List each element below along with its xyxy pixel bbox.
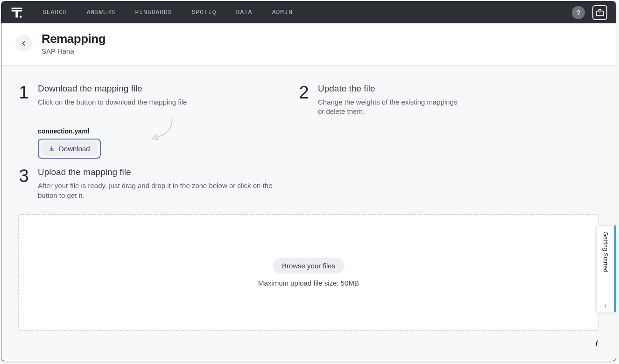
logo-icon <box>10 6 23 19</box>
step-1-body: connection.yaml Download <box>38 127 280 159</box>
nav-pinboards[interactable]: PINBOARDS <box>135 9 172 16</box>
info-button[interactable]: i <box>590 336 604 350</box>
svg-point-3 <box>20 15 21 17</box>
download-button[interactable]: Download <box>40 141 98 156</box>
nav-admin[interactable]: ADMIN <box>272 9 293 16</box>
briefcase-icon <box>595 8 605 17</box>
chevron-left-icon: ‹ <box>605 301 607 309</box>
svg-point-5 <box>599 12 600 13</box>
step-1-head: 1 Download the mapping file Click on the… <box>18 84 280 107</box>
info-icon: i <box>595 339 598 349</box>
svg-rect-2 <box>15 10 18 17</box>
step-2-number: 2 <box>298 84 310 159</box>
step-1-title: Download the mapping file <box>38 84 187 94</box>
nav-spotiq[interactable]: SPOTIQ <box>192 9 217 16</box>
step-3-title: Upload the mapping file <box>38 167 281 177</box>
profile-button[interactable] <box>592 5 607 20</box>
page-header: Remapping SAP Hana <box>1 23 616 66</box>
download-focus-ring: Download <box>38 139 101 159</box>
upload-max-size-text: Maximum upload file size: 50MB <box>258 279 359 287</box>
steps-row: 1 Download the mapping file Click on the… <box>18 84 599 159</box>
download-button-label: Download <box>59 145 90 153</box>
step-3-number: 3 <box>18 167 29 200</box>
browse-files-button[interactable]: Browse your files <box>273 258 345 273</box>
help-icon: ? <box>576 8 580 16</box>
download-icon <box>49 146 55 152</box>
top-nav: SEARCH ANSWERS PINBOARDS SPOTIQ DATA ADM… <box>1 1 616 23</box>
app-frame: SEARCH ANSWERS PINBOARDS SPOTIQ DATA ADM… <box>1 1 616 361</box>
main-content: 1 Download the mapping file Click on the… <box>1 66 616 360</box>
page-subtitle: SAP Hana <box>42 47 106 55</box>
step-3: 3 Upload the mapping file After your fil… <box>18 167 599 200</box>
getting-started-label: Getting Started <box>602 231 609 272</box>
step-3-desc: After your file is ready, just drag and … <box>38 181 281 200</box>
nav-right: ? <box>572 5 607 20</box>
curved-arrow-icon <box>148 114 180 147</box>
step-1: 1 Download the mapping file Click on the… <box>18 84 280 159</box>
getting-started-tab[interactable]: Getting Started ‹ <box>596 225 616 312</box>
step-1-number: 1 <box>18 84 29 107</box>
nav-answers[interactable]: ANSWERS <box>87 9 116 16</box>
back-button[interactable] <box>15 35 32 52</box>
nav-search[interactable]: SEARCH <box>42 9 67 16</box>
chevron-left-icon <box>21 40 27 47</box>
nav-data[interactable]: DATA <box>236 9 252 16</box>
step-2-desc: Change the weights of the existing mappi… <box>318 98 458 117</box>
nav-items: SEARCH ANSWERS PINBOARDS SPOTIQ DATA ADM… <box>42 9 293 16</box>
upload-dropzone[interactable]: Browse your files Maximum upload file si… <box>18 214 599 331</box>
svg-rect-0 <box>12 7 22 9</box>
help-button[interactable]: ? <box>572 6 585 19</box>
page-title: Remapping <box>42 32 106 46</box>
title-block: Remapping SAP Hana <box>42 32 106 55</box>
decorative-arrow <box>148 114 180 147</box>
step-2: 2 Update the file Change the weights of … <box>298 84 532 159</box>
step-2-title: Update the file <box>318 84 458 94</box>
app-logo[interactable] <box>10 6 24 20</box>
step-1-desc: Click on the button to download the mapp… <box>38 98 187 107</box>
